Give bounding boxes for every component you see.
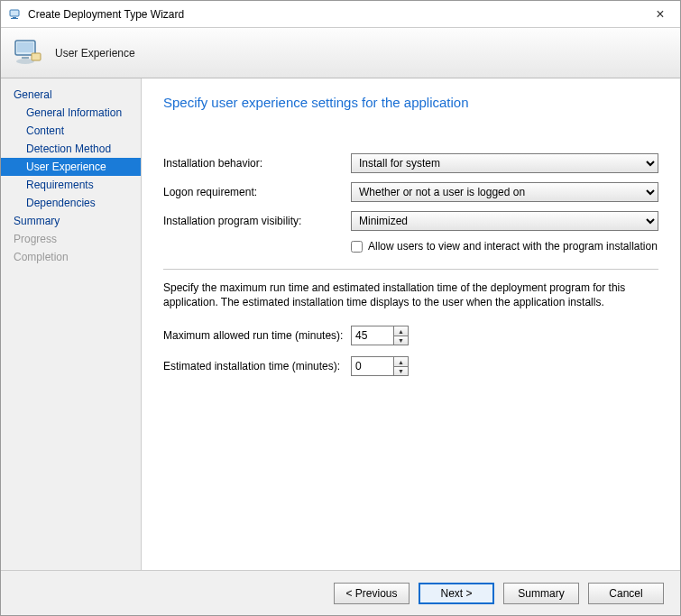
sidebar: GeneralGeneral InformationContentDetecti… bbox=[1, 78, 142, 570]
visibility-select[interactable]: Minimized bbox=[351, 211, 658, 231]
titlebar: Create Deployment Type Wizard × bbox=[1, 1, 680, 28]
content: GeneralGeneral InformationContentDetecti… bbox=[1, 78, 680, 570]
installation-behavior-select[interactable]: Install for system bbox=[351, 153, 658, 173]
allow-view-label: Allow users to view and interact with th… bbox=[368, 240, 658, 253]
svg-rect-4 bbox=[17, 42, 33, 52]
window-title: Create Deployment Type Wizard bbox=[28, 8, 648, 21]
est-install-label: Estimated installation time (minutes): bbox=[163, 360, 351, 372]
svg-rect-1 bbox=[13, 17, 16, 18]
allow-view-checkbox[interactable] bbox=[351, 241, 363, 253]
max-runtime-row: Maximum allowed run time (minutes): ▲ ▼ bbox=[163, 326, 658, 345]
max-runtime-input[interactable] bbox=[352, 326, 393, 345]
divider bbox=[163, 269, 658, 270]
sidebar-item-dependencies[interactable]: Dependencies bbox=[1, 194, 141, 212]
previous-button[interactable]: < Previous bbox=[334, 583, 410, 604]
max-runtime-down-icon[interactable]: ▼ bbox=[394, 336, 408, 345]
header: User Experience bbox=[1, 28, 680, 78]
max-runtime-spinner[interactable]: ▲ ▼ bbox=[351, 326, 409, 345]
sidebar-item-progress: Progress bbox=[1, 230, 141, 248]
allow-view-row: Allow users to view and interact with th… bbox=[351, 240, 658, 253]
visibility-label: Installation program visibility: bbox=[163, 215, 351, 227]
cancel-button[interactable]: Cancel bbox=[588, 583, 664, 604]
svg-rect-2 bbox=[11, 18, 18, 19]
sidebar-item-summary[interactable]: Summary bbox=[1, 212, 141, 230]
est-install-up-icon[interactable]: ▲ bbox=[394, 357, 408, 367]
svg-rect-5 bbox=[22, 57, 29, 59]
next-button[interactable]: Next > bbox=[419, 583, 494, 604]
est-install-spinner[interactable]: ▲ ▼ bbox=[351, 356, 409, 376]
footer: < Previous Next > Summary Cancel bbox=[1, 570, 680, 615]
main-panel: Specify user experience settings for the… bbox=[142, 78, 680, 570]
sidebar-item-requirements[interactable]: Requirements bbox=[1, 176, 141, 194]
page-title: Specify user experience settings for the… bbox=[163, 95, 658, 110]
sidebar-item-user-experience[interactable]: User Experience bbox=[1, 158, 141, 176]
timing-description: Specify the maximum run time and estimat… bbox=[163, 280, 658, 309]
logon-requirement-label: Logon requirement: bbox=[163, 186, 351, 198]
logon-requirement-row: Logon requirement: Whether or not a user… bbox=[163, 182, 658, 202]
header-subtitle: User Experience bbox=[55, 47, 135, 60]
installation-behavior-row: Installation behavior: Install for syste… bbox=[163, 153, 658, 173]
sidebar-item-detection-method[interactable]: Detection Method bbox=[1, 140, 141, 158]
sidebar-item-general[interactable]: General bbox=[1, 86, 141, 104]
visibility-row: Installation program visibility: Minimiz… bbox=[163, 211, 658, 231]
logon-requirement-select[interactable]: Whether or not a user is logged on bbox=[351, 182, 658, 202]
max-runtime-up-icon[interactable]: ▲ bbox=[394, 326, 408, 336]
est-install-down-icon[interactable]: ▼ bbox=[394, 367, 408, 376]
sidebar-item-general-information[interactable]: General Information bbox=[1, 104, 141, 122]
max-runtime-label: Maximum allowed run time (minutes): bbox=[163, 329, 351, 342]
computer-icon bbox=[12, 37, 44, 69]
close-icon[interactable]: × bbox=[648, 6, 673, 23]
svg-rect-0 bbox=[10, 10, 19, 16]
est-install-row: Estimated installation time (minutes): ▲… bbox=[163, 356, 658, 376]
est-install-input[interactable] bbox=[352, 357, 393, 375]
app-icon bbox=[8, 7, 23, 22]
summary-button[interactable]: Summary bbox=[503, 583, 579, 604]
sidebar-item-completion: Completion bbox=[1, 248, 141, 266]
installation-behavior-label: Installation behavior: bbox=[163, 157, 351, 170]
sidebar-item-content[interactable]: Content bbox=[1, 122, 141, 140]
svg-rect-7 bbox=[32, 53, 41, 60]
